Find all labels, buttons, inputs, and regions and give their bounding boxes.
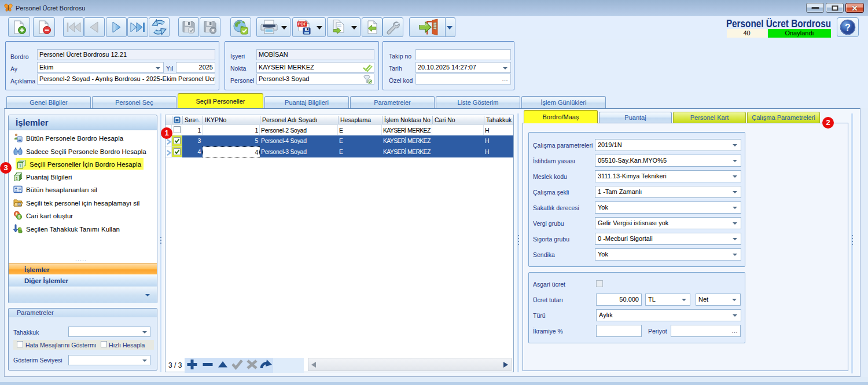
svg-text:$: $ [18, 215, 20, 219]
svg-text:1: 1 [16, 177, 18, 181]
svg-text:?: ? [845, 23, 851, 32]
svg-text:1: 1 [19, 164, 21, 168]
svg-text:PDF: PDF [298, 21, 307, 27]
